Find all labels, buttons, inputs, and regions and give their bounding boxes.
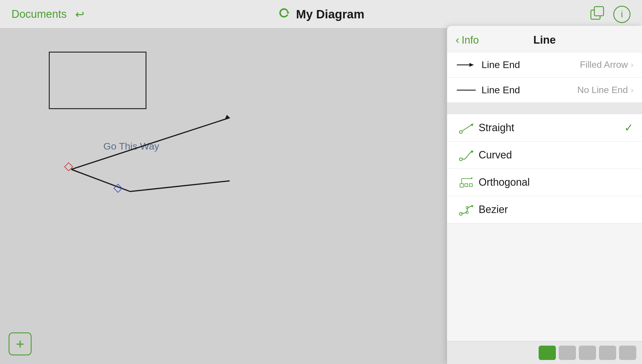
panel-header: ‹ Info Line bbox=[447, 26, 642, 52]
svg-marker-7 bbox=[469, 63, 473, 67]
line-end-arrow-label: Line End bbox=[482, 59, 580, 70]
panel: ‹ Info Line Line End Filled Arrow › Line… bbox=[447, 26, 642, 364]
toolbar-btn-2[interactable] bbox=[559, 346, 576, 360]
navbar-center: My Diagram bbox=[278, 7, 364, 22]
line-end-plain-value: No Line End bbox=[577, 85, 628, 95]
plain-line-icon bbox=[456, 86, 482, 94]
arrow-icon bbox=[456, 61, 482, 69]
orthogonal-icon bbox=[456, 175, 479, 189]
type-row-orthogonal[interactable]: Orthogonal bbox=[447, 169, 642, 196]
svg-point-12 bbox=[459, 158, 462, 161]
panel-back-label[interactable]: Info bbox=[462, 34, 479, 46]
check-icon-straight: ✓ bbox=[624, 121, 633, 134]
documents-button[interactable]: Documents bbox=[11, 8, 67, 20]
svg-rect-15 bbox=[465, 184, 468, 187]
control-point-blue[interactable] bbox=[113, 184, 122, 193]
copy-icon[interactable] bbox=[590, 5, 605, 23]
svg-line-10 bbox=[462, 124, 472, 131]
control-point-red[interactable] bbox=[64, 162, 73, 171]
sync-icon bbox=[278, 7, 290, 22]
type-row-bezier[interactable]: Bezier bbox=[447, 196, 642, 223]
line-end-arrow-value: Filled Arrow bbox=[580, 59, 628, 70]
line-end-plain-label: Line End bbox=[482, 84, 577, 96]
chevron-left-icon: ‹ bbox=[456, 34, 459, 46]
svg-rect-16 bbox=[469, 184, 472, 187]
svg-line-5 bbox=[130, 181, 230, 191]
navbar-left: Documents ↩ bbox=[11, 8, 84, 21]
curved-icon bbox=[456, 148, 479, 162]
type-label-orthogonal: Orthogonal bbox=[479, 176, 633, 188]
canvas-rectangle[interactable] bbox=[49, 52, 146, 109]
info-icon: i bbox=[621, 9, 623, 20]
panel-separator-1 bbox=[447, 103, 642, 114]
info-button[interactable]: i bbox=[613, 6, 631, 23]
svg-point-9 bbox=[459, 131, 462, 133]
line-end-plain-row[interactable]: Line End No Line End › bbox=[447, 78, 642, 103]
canvas-label: Go This Way bbox=[103, 141, 159, 152]
toolbar-btn-1[interactable] bbox=[539, 346, 556, 360]
panel-back-button[interactable]: ‹ Info bbox=[456, 34, 479, 46]
svg-marker-3 bbox=[225, 115, 230, 120]
svg-marker-19 bbox=[471, 177, 473, 179]
type-label-bezier: Bezier bbox=[479, 204, 633, 216]
line-end-arrow-row[interactable]: Line End Filled Arrow › bbox=[447, 52, 642, 78]
undo-button[interactable]: ↩ bbox=[75, 8, 84, 21]
type-row-curved[interactable]: Curved bbox=[447, 142, 642, 169]
type-row-straight[interactable]: Straight ✓ bbox=[447, 114, 642, 142]
add-button[interactable]: + bbox=[9, 332, 32, 355]
type-label-straight: Straight bbox=[479, 122, 624, 134]
toolbar-btn-3[interactable] bbox=[579, 346, 596, 360]
chevron-right-plain-icon: › bbox=[631, 86, 633, 95]
svg-rect-1 bbox=[594, 7, 604, 16]
chevron-right-arrow-icon: › bbox=[631, 60, 633, 69]
navbar-right: i bbox=[590, 5, 631, 23]
svg-rect-14 bbox=[460, 184, 463, 187]
panel-bottom-toolbar bbox=[447, 341, 642, 364]
toolbar-btn-5[interactable] bbox=[619, 346, 636, 360]
panel-title: Line bbox=[533, 34, 556, 46]
page-title: My Diagram bbox=[296, 7, 364, 21]
type-label-curved: Curved bbox=[479, 149, 633, 161]
straight-icon bbox=[456, 121, 479, 135]
bezier-icon bbox=[456, 202, 479, 217]
toolbar-btn-4[interactable] bbox=[599, 346, 616, 360]
navbar: Documents ↩ My Diagram i bbox=[0, 0, 642, 29]
